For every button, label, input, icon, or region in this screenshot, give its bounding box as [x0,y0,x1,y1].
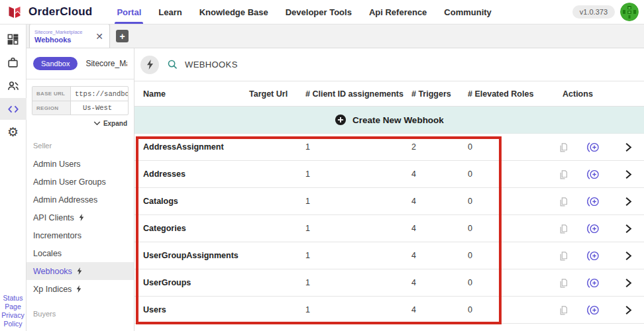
sidebar-section-seller: Seller [27,127,134,155]
col-header-target-url: Target Url [244,89,300,99]
add-assignment-icon[interactable] [586,277,600,289]
search-bar[interactable]: WEBHOOKS [167,59,238,70]
col-header-name: Name [134,89,244,99]
copy-icon[interactable] [558,223,569,234]
cell-elevated-roles: 0 [462,197,549,206]
copy-icon[interactable] [558,277,569,289]
expand-label: Expand [103,120,127,127]
webhook-table-row[interactable]: Users 1 4 0 [134,297,644,324]
cell-client-id-assignments: 1 [300,251,406,260]
chevron-right-icon[interactable] [625,142,632,152]
webhook-table-row[interactable]: UserGroups 1 4 0 [134,269,644,297]
nav-item[interactable]: Knowledge Base [191,0,277,24]
add-assignment-icon[interactable] [586,250,600,262]
col-header-triggers: # Triggers [406,89,462,99]
copy-icon[interactable] [558,305,569,316]
webhook-table-row[interactable]: AddressAssignment 1 2 0 [134,134,644,161]
settings-gear-icon[interactable]: ⚙ [0,121,27,143]
add-assignment-icon[interactable] [586,222,600,235]
add-assignment-icon[interactable] [586,141,600,154]
copy-icon[interactable] [558,142,569,153]
cell-name: Users [134,305,244,314]
cell-name: UserGroupAssignments [134,251,244,260]
base-url-value: ttps://sandboxapi [71,87,128,101]
cell-triggers: 4 [406,251,462,260]
cell-name: Catalogs [134,197,244,206]
chevron-right-icon[interactable] [625,278,632,288]
nav-item[interactable]: Learn [150,0,190,24]
sidebar-item-list: Admin Users Admin User Groups Admin Addr… [27,155,134,298]
sidebar-item[interactable]: Admin User Groups [27,173,134,191]
sidebar-section-buyers: Buyers [27,298,134,323]
add-assignment-icon[interactable] [586,168,600,181]
nav-item-label: Learn [158,7,182,17]
nav-item[interactable]: Community [435,0,500,24]
lightning-bolt-button[interactable] [140,56,159,74]
api-endpoint-box: BASE URL ttps://sandboxapi REGION Us-Wes… [32,86,129,115]
webhook-table-row[interactable]: UserGroupAssignments 1 4 0 [134,242,644,269]
status-page-link[interactable]: Status Page [0,294,26,311]
webhook-table-row[interactable]: Addresses 1 4 0 [134,161,644,188]
row-actions [549,222,644,235]
chevron-right-icon[interactable] [625,305,632,315]
sidebar-item[interactable]: Admin Users [27,155,134,173]
copy-icon[interactable] [558,250,569,261]
sidebar-item-label: Locales [33,249,62,258]
nav-item[interactable]: Portal [108,0,150,24]
sidebar-item[interactable]: Webhooks [27,262,134,280]
lightning-bolt-icon [76,285,81,293]
dashboard-icon[interactable] [0,28,27,50]
sidebar-item[interactable]: Xp Indices [27,280,134,298]
cell-client-id-assignments: 1 [300,224,406,233]
sidebar-item[interactable]: Admin Addresses [27,191,134,209]
copy-icon[interactable] [558,169,569,180]
cell-triggers: 4 [406,197,462,206]
webhook-table-row[interactable]: Categories 1 4 0 [134,215,644,242]
create-new-webhook-button[interactable]: Create New Webhook [134,107,644,134]
cell-triggers: 4 [406,305,462,314]
region-value: Us-West [71,101,128,115]
add-assignment-icon[interactable] [586,304,600,316]
code-console-icon[interactable] [0,98,27,120]
search-value[interactable]: WEBHOOKS [185,60,238,70]
lightning-bolt-icon [79,214,84,221]
cell-name: UserGroups [134,278,244,287]
nav-item[interactable]: Api Reference [360,0,435,24]
chevron-right-icon[interactable] [625,251,632,261]
nav-item[interactable]: Developer Tools [277,0,360,24]
sidebar-item-label: API Clients [33,213,74,222]
sidebar-item-label: Xp Indices [33,285,72,294]
chevron-right-icon[interactable] [625,224,632,234]
sidebar-item[interactable]: API Clients [27,209,134,226]
chevron-right-icon[interactable] [625,197,632,207]
brand[interactable]: OrderCloud [0,4,92,20]
sidebar-item[interactable]: Locales [27,244,134,262]
plus-circle-icon [335,114,347,126]
user-avatar[interactable] [620,3,639,21]
storefront-icon[interactable] [0,52,27,73]
privacy-policy-link[interactable]: Privacy Policy [0,311,26,328]
add-tab-button[interactable]: + [116,30,129,42]
webhooks-main: WEBHOOKS Name Target Url # Client ID ass… [134,48,644,331]
expand-toggle[interactable]: Expand [27,120,127,127]
row-actions [549,250,644,262]
cell-elevated-roles: 0 [462,224,549,233]
header-right: v1.0.373 [572,3,644,21]
sidebar-item[interactable]: Incrementors [27,226,134,244]
chevron-right-icon[interactable] [625,169,632,179]
environment-row: Sandbox Sitecore_Mar... [27,48,134,79]
tab-close-icon[interactable]: ✕ [94,32,105,41]
users-icon[interactable] [0,75,27,97]
tab-webhooks[interactable]: Sitecore_Marketplace Webhooks ✕ [29,24,110,48]
cell-client-id-assignments: 1 [300,142,406,152]
tab-title-label: Webhooks [34,36,94,44]
webhook-table-row[interactable]: Catalogs 1 4 0 [134,188,644,215]
cell-name: Categories [134,224,244,233]
table-header-row: Name Target Url # Client ID assignements… [134,81,644,107]
cell-client-id-assignments: 1 [300,278,406,287]
add-assignment-icon[interactable] [586,195,600,208]
copy-icon[interactable] [558,196,569,207]
cell-client-id-assignments: 1 [300,197,406,206]
row-actions [549,141,644,154]
environment-badge[interactable]: Sandbox [33,57,78,70]
